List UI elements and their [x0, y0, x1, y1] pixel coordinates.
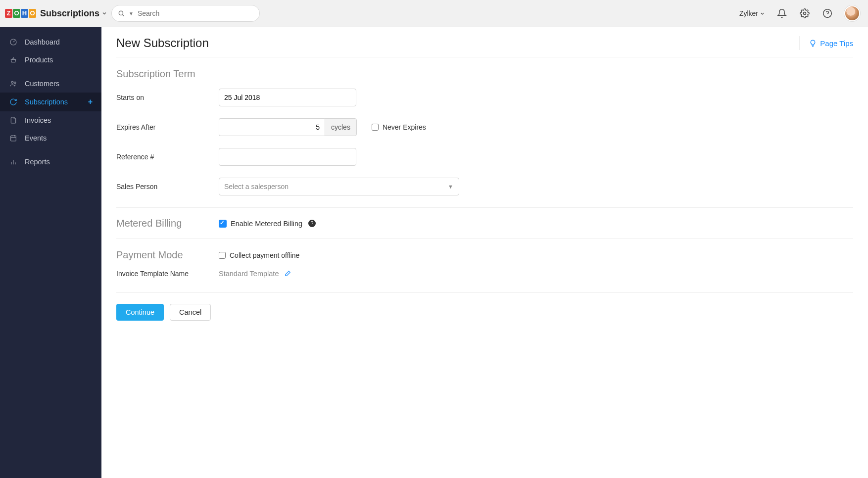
sales-person-select[interactable]: Select a salesperson — [219, 178, 459, 195]
section-payment-mode: Payment Mode — [116, 249, 219, 261]
collect-offline-option[interactable]: Collect payment offline — [219, 251, 299, 259]
never-expires-option[interactable]: Never Expires — [372, 123, 426, 131]
page-header: New Subscription Page Tips — [116, 36, 853, 57]
svg-line-1 — [123, 15, 124, 16]
enable-metered-option[interactable]: Enable Metered Billing ? — [219, 220, 316, 228]
brand-letter-z: Z — [5, 9, 12, 18]
sidebar-item-products[interactable]: Products — [0, 51, 101, 69]
collect-offline-label: Collect payment offline — [230, 251, 299, 259]
svg-point-3 — [823, 9, 832, 18]
sidebar-item-customers[interactable]: Customers — [0, 75, 101, 93]
add-subscription-button[interactable]: + — [88, 97, 93, 106]
section-metered-billing: Metered Billing — [116, 218, 219, 229]
search-box[interactable]: ▼ — [111, 5, 260, 22]
sidebar-item-subscriptions[interactable]: Subscriptions + — [0, 93, 101, 111]
starts-on-input[interactable] — [219, 89, 356, 106]
help-icon[interactable]: ? — [308, 220, 316, 227]
divider — [116, 292, 853, 293]
org-switcher[interactable]: Zylker — [739, 9, 765, 17]
svg-point-7 — [14, 82, 16, 83]
row-starts-on: Starts on — [116, 89, 853, 106]
cancel-button[interactable]: Cancel — [170, 304, 211, 321]
sidebar-item-label: Subscriptions — [25, 98, 68, 106]
sidebar: Dashboard Products Customers Subscriptio — [0, 27, 101, 478]
label-starts-on: Starts on — [116, 94, 219, 101]
expires-after-group: cycles — [219, 118, 357, 136]
sidebar-item-dashboard[interactable]: Dashboard — [0, 33, 101, 51]
divider — [116, 238, 853, 239]
edit-icon[interactable] — [284, 270, 291, 278]
sidebar-item-label: Products — [25, 56, 53, 64]
row-invoice-template: Invoice Template Name Standard Template — [116, 270, 853, 278]
chevron-down-icon — [760, 11, 765, 16]
svg-rect-8 — [11, 136, 16, 141]
caret-down-icon[interactable]: ▼ — [129, 11, 134, 16]
calendar-icon — [9, 134, 18, 142]
collect-offline-checkbox[interactable] — [219, 252, 226, 259]
page-tips-link[interactable]: Page Tips — [799, 36, 853, 50]
label-expires-after: Expires After — [116, 123, 219, 131]
gauge-icon — [9, 38, 18, 46]
search-input[interactable] — [138, 9, 253, 17]
sidebar-item-label: Reports — [25, 158, 50, 166]
form-actions: Continue Cancel — [116, 304, 853, 321]
svg-point-0 — [119, 11, 123, 15]
enable-metered-checkbox[interactable] — [219, 220, 227, 228]
sidebar-item-label: Dashboard — [25, 38, 60, 46]
row-expires-after: Expires After cycles Never Expires — [116, 118, 853, 136]
help-icon[interactable] — [821, 7, 833, 19]
bell-icon[interactable] — [776, 7, 788, 19]
svg-point-6 — [11, 81, 13, 83]
topbar: Z O H O Subscriptions ▼ Zylker — [0, 0, 868, 27]
sidebar-item-label: Invoices — [25, 116, 51, 124]
label-reference: Reference # — [116, 153, 219, 161]
reference-input[interactable] — [219, 148, 356, 166]
content: New Subscription Page Tips Subscription … — [101, 27, 868, 478]
file-icon — [9, 116, 18, 124]
page-tips-label: Page Tips — [820, 39, 853, 48]
enable-metered-label: Enable Metered Billing — [231, 220, 302, 228]
section-subscription-term: Subscription Term — [116, 68, 853, 80]
brand-logo: Z O H O — [5, 9, 36, 18]
topbar-right: Zylker — [739, 5, 860, 21]
expires-after-unit: cycles — [325, 118, 357, 136]
brand-letter-o: O — [13, 9, 20, 18]
gear-icon[interactable] — [799, 7, 811, 19]
row-payment-mode: Payment Mode Collect payment offline — [116, 249, 853, 261]
divider — [116, 207, 853, 208]
users-icon — [9, 80, 18, 88]
refresh-icon — [9, 98, 18, 106]
sidebar-item-events[interactable]: Events — [0, 129, 101, 147]
sidebar-item-invoices[interactable]: Invoices — [0, 111, 101, 129]
chevron-down-icon[interactable] — [101, 10, 107, 16]
brand-letter-h: H — [21, 9, 28, 18]
brand-title: Subscriptions — [40, 8, 99, 19]
row-metered-billing: Metered Billing Enable Metered Billing ? — [116, 218, 853, 229]
expires-after-input[interactable] — [219, 118, 325, 136]
user-avatar[interactable] — [844, 5, 860, 21]
page-title: New Subscription — [116, 36, 209, 50]
label-invoice-template: Invoice Template Name — [116, 270, 219, 278]
invoice-template-value: Standard Template — [219, 270, 279, 278]
lightbulb-icon — [809, 39, 817, 48]
svg-point-2 — [804, 12, 806, 15]
sidebar-item-reports[interactable]: Reports — [0, 153, 101, 171]
barchart-icon — [9, 158, 18, 166]
sidebar-item-label: Customers — [25, 80, 59, 88]
row-reference: Reference # — [116, 148, 853, 166]
never-expires-label: Never Expires — [383, 123, 426, 131]
row-sales-person: Sales Person Select a salesperson ▼ — [116, 178, 853, 195]
brand-letter-o2: O — [29, 9, 36, 18]
sidebar-item-label: Events — [25, 134, 47, 142]
brand-area[interactable]: Z O H O Subscriptions — [0, 8, 101, 19]
search-icon — [118, 10, 125, 17]
continue-button[interactable]: Continue — [116, 304, 164, 321]
never-expires-checkbox[interactable] — [372, 124, 379, 131]
sales-person-select-wrap[interactable]: Select a salesperson ▼ — [219, 178, 459, 195]
basket-icon — [9, 56, 18, 64]
label-sales-person: Sales Person — [116, 183, 219, 191]
org-name: Zylker — [739, 9, 758, 17]
